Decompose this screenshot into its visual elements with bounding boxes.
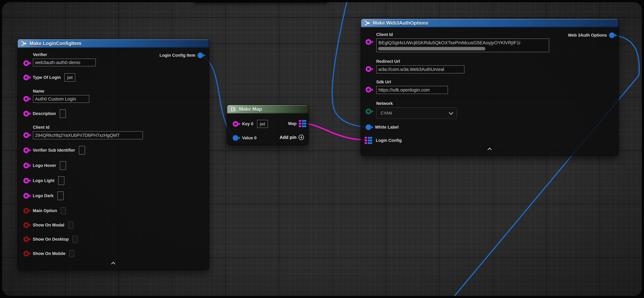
- redirect-url-field: Redirect Url w3a://com.w3a.Web3AuthUnrea…: [376, 59, 464, 74]
- sdk-url-input[interactable]: https://sdk.openlogin.com: [376, 86, 448, 94]
- description-pin[interactable]: [24, 111, 29, 116]
- network-pin[interactable]: [366, 109, 371, 114]
- sdk-url-pin[interactable]: [366, 87, 371, 92]
- node-title: Make LoginConfigItem: [30, 41, 81, 46]
- show-on-desktop-label: Show On Desktop: [33, 237, 69, 242]
- name-label: Name: [33, 89, 89, 94]
- name-pin[interactable]: [24, 96, 29, 102]
- main-option-checkbox[interactable]: [61, 207, 66, 214]
- struct-output-pin[interactable]: [609, 32, 615, 38]
- white-label-label: White Label: [375, 125, 399, 130]
- blueprint-canvas[interactable]: Make LoginConfigItem Login Config Item V…: [2, 2, 642, 296]
- add-pin-button[interactable]: Add pin: [280, 135, 304, 140]
- white-label-pin[interactable]: [366, 124, 371, 130]
- node-title: Make Web3AuthOptions: [373, 20, 428, 26]
- output-web3auth-options[interactable]: Web 3Auth Options: [568, 32, 615, 39]
- network-label: Network: [376, 101, 457, 106]
- logo-hover-pin[interactable]: [24, 163, 29, 168]
- collapse-chevron-icon[interactable]: [487, 148, 492, 151]
- show-on-mobile-checkbox[interactable]: [69, 250, 74, 257]
- verifier-sub-identifier-label: Verifier Sub Identifier: [33, 148, 75, 153]
- type-of-login-input[interactable]: jwt: [64, 73, 75, 82]
- logo-hover-label: Logo Hover: [33, 163, 56, 168]
- logo-hover-input[interactable]: [60, 161, 66, 170]
- sdk-url-field: Sdk Url https://sdk.openlogin.com: [376, 80, 448, 94]
- client-id-field: Client Id BEglQSgt4cUWcj6SKRdu5QkOXTsePm…: [376, 32, 549, 52]
- node-titlebar[interactable]: Make Map: [227, 105, 308, 114]
- client-id-scrollbar[interactable]: [378, 47, 485, 50]
- main-option-pin[interactable]: [24, 208, 29, 214]
- verifier-sub-identifier-input[interactable]: [79, 146, 85, 154]
- make-struct-icon: [364, 20, 370, 26]
- map-output-pin[interactable]: [299, 120, 306, 127]
- network-selected-value: CYAN: [380, 111, 392, 116]
- struct-output-pin[interactable]: [198, 52, 203, 58]
- logo-dark-input[interactable]: [57, 192, 64, 200]
- output-login-config-item[interactable]: Login Config Item: [160, 52, 203, 59]
- redirect-url-label: Redirect Url: [376, 59, 464, 64]
- logo-light-input[interactable]: [58, 176, 64, 185]
- network-dropdown[interactable]: CYAN: [376, 108, 457, 119]
- add-pin-label: Add pin: [280, 135, 296, 140]
- node-make-map[interactable]: Make Map Key 0 jwt Map Value 0 Add pin: [227, 105, 308, 145]
- show-on-desktop-row: Show On Desktop: [24, 235, 78, 244]
- name-input[interactable]: Auth0 Custom Login: [33, 95, 89, 103]
- key0-pin[interactable]: [233, 121, 238, 127]
- node-make-loginconfigitem[interactable]: Make LoginConfigItem Login Config Item V…: [17, 39, 209, 270]
- show-on-mobile-pin[interactable]: [24, 251, 29, 256]
- description-label: Description: [33, 111, 56, 116]
- node-titlebar[interactable]: Make LoginConfigItem: [18, 39, 209, 48]
- client-id-field: Client Id 294QRkchfq2YaXUbPri7D6PH7xzHgQ…: [33, 125, 143, 139]
- login-config-pin[interactable]: [365, 137, 372, 144]
- chevron-down-icon: [449, 110, 453, 115]
- show-on-desktop-pin[interactable]: [24, 236, 29, 242]
- show-on-modal-pin[interactable]: [24, 222, 29, 228]
- client-id-pin[interactable]: [366, 39, 371, 45]
- make-struct-icon: [21, 40, 27, 46]
- show-on-mobile-label: Show On Mobile: [33, 251, 66, 256]
- type-of-login-pin[interactable]: [24, 75, 29, 80]
- show-on-modal-label: Show On Modal: [33, 223, 64, 228]
- description-input[interactable]: [60, 109, 66, 118]
- offscreen-node-bottom-edge[interactable]: [193, 2, 328, 3]
- add-pin-plus-icon: [298, 135, 304, 140]
- make-map-icon: [230, 106, 236, 112]
- map-output-row[interactable]: Map: [288, 120, 306, 127]
- client-id-label: Client Id: [376, 32, 549, 37]
- node-title: Make Map: [239, 106, 262, 112]
- main-option-label: Main Option: [33, 208, 57, 213]
- map-output-label: Map: [288, 121, 296, 126]
- verifier-input[interactable]: web3auth-auth0-demo: [33, 58, 96, 66]
- description-row: Description: [24, 109, 66, 118]
- main-option-row: Main Option: [24, 206, 66, 215]
- redirect-url-input[interactable]: w3a://com.w3a.Web3AuthUnreal: [376, 65, 464, 74]
- logo-dark-pin[interactable]: [24, 193, 29, 198]
- screenshot-frame: Make LoginConfigItem Login Config Item V…: [0, 0, 644, 298]
- network-field: Network CYAN: [376, 101, 457, 119]
- output-label: Web 3Auth Options: [568, 33, 607, 38]
- key0-input[interactable]: jwt: [257, 120, 268, 128]
- logo-light-pin[interactable]: [24, 178, 29, 184]
- verifier-pin[interactable]: [24, 60, 29, 66]
- login-config-row: Login Config: [365, 136, 402, 145]
- show-on-modal-checkbox[interactable]: [68, 222, 73, 229]
- client-id-input[interactable]: BEglQSgt4cUWcj6SKRdu5QkOXTsePmMcusG5EAoy…: [376, 38, 549, 52]
- key0-label: Key 0: [242, 122, 253, 126]
- verifier-sub-identifier-row: Verifier Sub Identifier: [24, 146, 85, 154]
- value0-pin[interactable]: [233, 135, 238, 141]
- white-label-row: White Label: [366, 123, 399, 132]
- verifier-sub-identifier-pin[interactable]: [24, 148, 29, 153]
- collapse-chevron-icon[interactable]: [111, 262, 116, 265]
- login-config-label: Login Config: [376, 138, 402, 143]
- logo-dark-label: Logo Dark: [33, 194, 54, 198]
- output-label: Login Config Item: [160, 53, 195, 58]
- verifier-field: Verifier web3auth-auth0-demo: [33, 52, 96, 66]
- show-on-desktop-checkbox[interactable]: [72, 236, 78, 243]
- node-make-web3authoptions[interactable]: Make Web3AuthOptions Web 3Auth Options C…: [361, 18, 619, 156]
- client-id-label: Client Id: [33, 125, 143, 130]
- client-id-input[interactable]: 294QRkchfq2YaXUbPri7D6PH7xzHgQMT: [33, 131, 143, 139]
- node-titlebar[interactable]: Make Web3AuthOptions: [361, 19, 618, 27]
- name-field: Name Auth0 Custom Login: [33, 89, 89, 103]
- redirect-url-pin[interactable]: [366, 66, 371, 72]
- client-id-pin[interactable]: [24, 132, 29, 138]
